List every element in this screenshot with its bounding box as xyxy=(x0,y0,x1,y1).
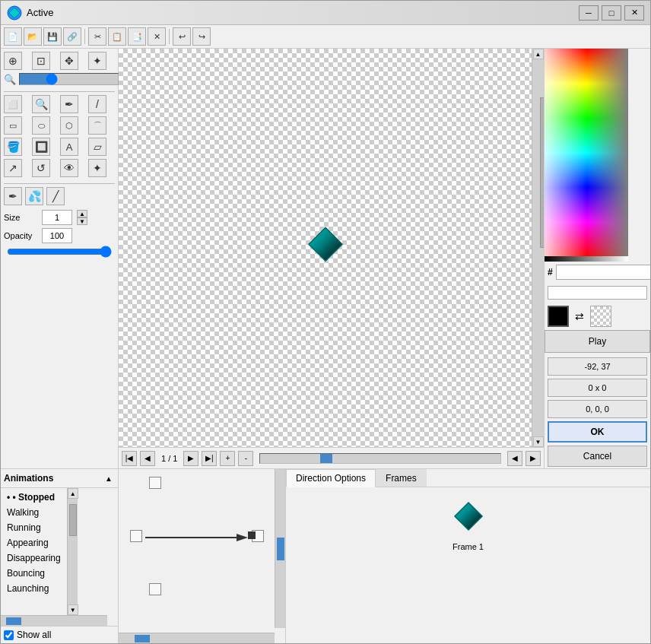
dir-scrollbar-v[interactable] xyxy=(275,469,285,628)
rect-tool[interactable]: ▭ xyxy=(4,116,22,135)
animations-scroll-area: • Stopped Walking Running Appearing Disa… xyxy=(1,488,118,615)
brush-pen-tool[interactable]: ✒ xyxy=(4,187,22,205)
add-frame-tool[interactable]: ⊕ xyxy=(4,52,22,70)
size-up-button[interactable]: ▲ xyxy=(77,210,87,217)
anim-item-bouncing[interactable]: Bouncing xyxy=(4,566,64,581)
save-button[interactable]: 💾 xyxy=(43,27,62,46)
direction-panel[interactable] xyxy=(119,469,286,643)
play-button[interactable]: Play xyxy=(545,330,650,353)
visibility-tool[interactable]: 👁 xyxy=(60,159,78,177)
animations-panel: Animations ▲ • Stopped Walking Running A… xyxy=(1,469,119,643)
anim-scroll-up[interactable]: ▲ xyxy=(68,488,78,499)
cut-button[interactable]: ✂ xyxy=(88,27,106,46)
tab-direction-options[interactable]: Direction Options xyxy=(286,469,376,487)
dir-box-left[interactable] xyxy=(130,530,142,542)
timeline-scrollbar[interactable] xyxy=(259,453,501,464)
anim-item-stopped[interactable]: • Stopped xyxy=(4,490,64,505)
foreground-swatch[interactable] xyxy=(548,306,569,327)
animations-list: • Stopped Walking Running Appearing Disa… xyxy=(1,488,67,615)
dir-box-bottom[interactable] xyxy=(149,583,161,595)
magic-wand-tool[interactable]: ✦ xyxy=(88,52,106,70)
export-button[interactable]: 🔗 xyxy=(63,27,81,46)
maximize-button[interactable]: □ xyxy=(602,5,621,21)
zoom-icon: 🔍 xyxy=(4,74,16,85)
frame-last-button[interactable]: ▶| xyxy=(202,451,217,466)
canvas-viewport[interactable] xyxy=(119,49,532,447)
anim-item-appearing[interactable]: Appearing xyxy=(4,535,64,550)
right-panel: # ⇄ Play -92, 37 0 x 0 0, 0, 0 OK Cancel xyxy=(544,49,650,468)
sparkle-tool[interactable]: ✦ xyxy=(88,159,106,177)
frame-add-button[interactable]: + xyxy=(220,451,235,466)
frame-first-button[interactable]: |◀ xyxy=(122,451,137,466)
canvas-scrollbar-v[interactable]: ▲ ▼ xyxy=(532,49,544,447)
anim-hscrollbar[interactable] xyxy=(1,615,107,626)
animations-scrollbar[interactable]: ▲ ▼ xyxy=(67,488,78,615)
anim-item-launching[interactable]: Launching xyxy=(4,581,64,596)
divider-1 xyxy=(4,91,115,92)
frame-remove-button[interactable]: - xyxy=(238,451,253,466)
arrow-tool[interactable]: ↗ xyxy=(4,159,22,177)
animations-scroll-up[interactable]: ▲ xyxy=(103,472,115,484)
paste-button[interactable]: 📑 xyxy=(128,27,146,46)
anim-item-walking[interactable]: Walking xyxy=(4,505,64,520)
lasso-tool[interactable]: ⌒ xyxy=(88,116,106,135)
select-similar-tool[interactable]: 🔲 xyxy=(32,138,50,156)
cancel-button[interactable]: Cancel xyxy=(548,446,647,467)
minimize-button[interactable]: ─ xyxy=(579,5,599,21)
text-tool[interactable]: A xyxy=(60,138,78,156)
polygon-tool[interactable]: ⬡ xyxy=(60,116,78,135)
opacity-input[interactable] xyxy=(42,228,72,243)
close-button[interactable]: ✕ xyxy=(624,5,644,21)
anim-item-running[interactable]: Running xyxy=(4,520,64,535)
brush-line-tool[interactable]: ╱ xyxy=(46,187,65,205)
rotate-tool[interactable]: ↺ xyxy=(32,159,50,177)
scroll-down-button[interactable]: ▼ xyxy=(533,436,544,447)
background-swatch[interactable] xyxy=(590,306,611,327)
scroll-left-button[interactable]: ◀ xyxy=(507,451,522,466)
tab-frames[interactable]: Frames xyxy=(376,469,427,487)
color-palette-canvas[interactable] xyxy=(545,49,628,262)
undo-button[interactable]: ↩ xyxy=(173,27,191,46)
scroll-thumb-v[interactable] xyxy=(540,97,545,248)
canvas-scroll-row: ▲ ▼ xyxy=(119,49,544,447)
ellipse-tool[interactable]: ⬭ xyxy=(32,116,50,135)
ok-button[interactable]: OK xyxy=(548,421,647,443)
color-palette-area[interactable] xyxy=(545,49,650,262)
dir-box-top[interactable] xyxy=(149,477,161,489)
resize-tool[interactable]: ⊡ xyxy=(32,52,50,70)
zoom-slider[interactable] xyxy=(19,73,119,85)
pen-tool[interactable]: ✒ xyxy=(60,95,78,113)
dir-scroll-thumb[interactable] xyxy=(277,538,284,560)
svg-marker-2 xyxy=(309,227,342,261)
anim-scroll-down[interactable]: ▼ xyxy=(68,604,78,615)
fill-tool[interactable]: 🪣 xyxy=(4,138,22,156)
size-down-button[interactable]: ▼ xyxy=(77,217,87,225)
frame-prev-button[interactable]: ◀ xyxy=(140,451,155,466)
move-tool[interactable]: ✥ xyxy=(60,52,78,70)
swap-colors-icon[interactable]: ⇄ xyxy=(575,310,584,322)
size-input[interactable] xyxy=(42,210,72,225)
color-hash-input[interactable] xyxy=(556,265,650,280)
new-button[interactable]: 📄 xyxy=(4,27,22,46)
scroll-up-button[interactable]: ▲ xyxy=(533,49,544,59)
anim-item-disappearing[interactable]: Disappearing xyxy=(4,550,64,566)
delete-button[interactable]: ✕ xyxy=(148,27,166,46)
smudge-tool[interactable]: ▱ xyxy=(88,138,106,156)
anim-scroll-track[interactable] xyxy=(68,499,78,604)
eraser-tool[interactable]: / xyxy=(88,95,106,113)
eyedropper-tool[interactable]: 🔍 xyxy=(32,95,50,113)
show-all-checkbox[interactable] xyxy=(4,630,14,640)
dir-h-thumb[interactable] xyxy=(135,635,150,642)
sprite-canvas xyxy=(307,226,344,262)
opacity-slider[interactable] xyxy=(7,246,112,257)
copy-button[interactable]: 📋 xyxy=(108,27,126,46)
scroll-right-button[interactable]: ▶ xyxy=(526,451,541,466)
redo-button[interactable]: ↪ xyxy=(192,27,211,46)
brush-spray-tool[interactable]: 💦 xyxy=(25,187,43,205)
open-button[interactable]: 📂 xyxy=(24,27,42,46)
select-rect-tool[interactable]: ⬜ xyxy=(4,95,22,113)
main-window: Active ─ □ ✕ 📄 📂 💾 🔗 ✂ 📋 📑 ✕ ↩ ↪ xyxy=(0,0,651,644)
direction-canvas[interactable] xyxy=(119,469,285,643)
frame-next-button[interactable]: ▶ xyxy=(183,451,198,466)
dir-scrollbar-h[interactable] xyxy=(119,633,275,643)
